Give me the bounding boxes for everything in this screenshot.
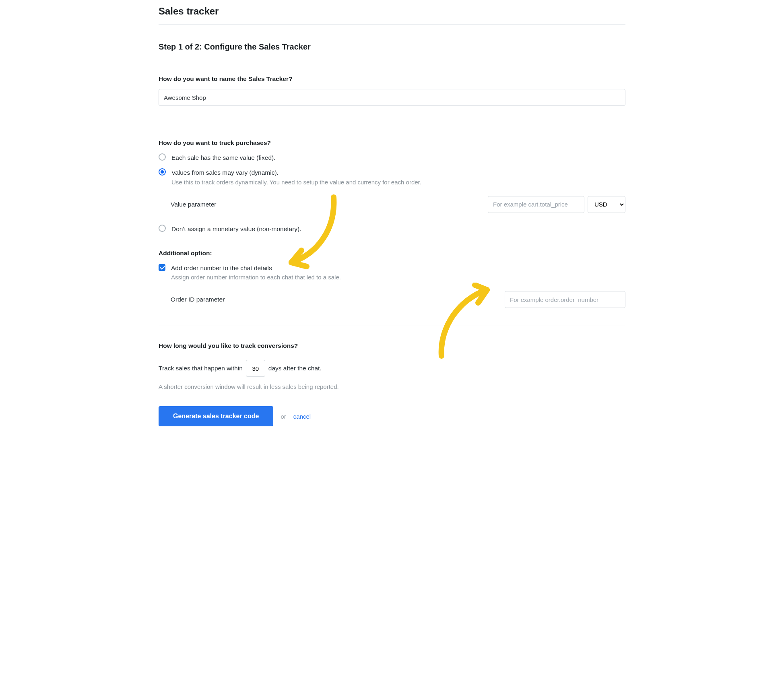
currency-select[interactable]: USD — [588, 196, 625, 213]
conversion-days-input[interactable] — [246, 360, 265, 377]
tracker-name-input[interactable] — [159, 89, 625, 106]
page-title: Sales tracker — [159, 6, 625, 17]
radio-dynamic-note: Use this to track orders dynamically. Yo… — [171, 179, 421, 186]
generate-button[interactable]: Generate sales tracker code — [159, 406, 273, 426]
conversion-sentence-after: days after the chat. — [268, 365, 322, 372]
cancel-link[interactable]: cancel — [293, 413, 311, 420]
conversion-question: How long would you like to track convers… — [159, 342, 625, 349]
value-param-input[interactable] — [488, 196, 584, 213]
radio-dynamic[interactable] — [159, 168, 166, 176]
radio-fixed-label: Each sale has the same value (fixed). — [171, 153, 275, 162]
radio-fixed[interactable] — [159, 153, 166, 161]
orderid-input[interactable] — [505, 291, 625, 308]
conversion-hint: A shorter conversion window will result … — [159, 383, 625, 390]
checkbox-order-label: Add order number to the chat details — [171, 263, 341, 273]
radio-nonmonetary[interactable] — [159, 225, 166, 232]
radio-dynamic-label: Values from sales may vary (dynamic). — [171, 168, 421, 177]
value-param-label: Value parameter — [171, 201, 216, 208]
additional-header: Additional option: — [159, 250, 625, 257]
page-header: Sales tracker — [159, 0, 625, 25]
radio-nonmonetary-label: Don't assign a monetary value (non-monet… — [171, 224, 301, 233]
or-text: or — [281, 413, 286, 420]
step-title: Step 1 of 2: Configure the Sales Tracker — [159, 42, 625, 52]
track-question: How do you want to track purchases? — [159, 139, 625, 147]
checkbox-order-note: Assign order number information to each … — [171, 274, 341, 281]
orderid-label: Order ID parameter — [171, 296, 225, 303]
checkbox-order-number[interactable] — [159, 264, 165, 271]
conversion-sentence-before: Track sales that happen within — [159, 365, 243, 372]
name-question: How do you want to name the Sales Tracke… — [159, 75, 625, 83]
